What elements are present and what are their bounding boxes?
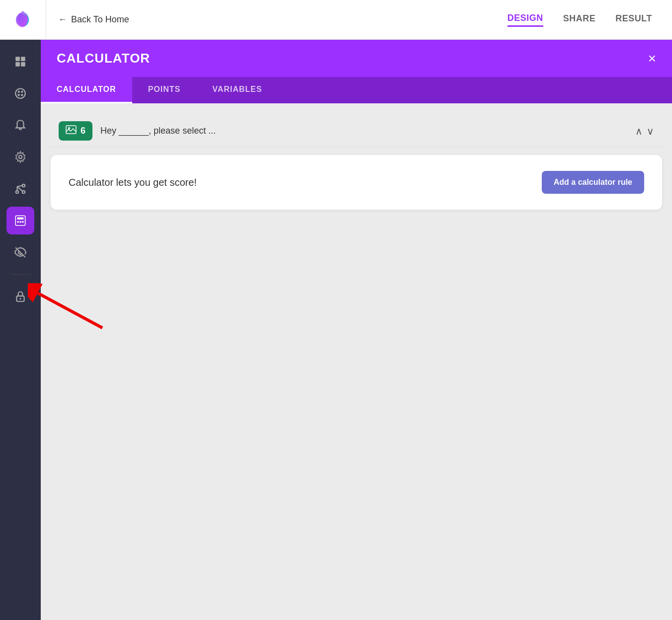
- nav-tabs: DESIGN SHARE RESULT: [507, 13, 652, 27]
- app-logo: [10, 7, 36, 33]
- svg-point-7: [21, 91, 23, 93]
- sidebar-divider: [10, 274, 30, 275]
- back-label: Back To Home: [71, 14, 129, 25]
- sidebar-item-lock[interactable]: [6, 283, 34, 310]
- tab-design[interactable]: DESIGN: [507, 13, 543, 27]
- sidebar-item-bell[interactable]: [6, 111, 34, 139]
- tab-bar: CALCULATOR POINTS VARIABLES: [41, 77, 672, 103]
- close-button[interactable]: ×: [648, 52, 656, 66]
- back-arrow-icon: ←: [58, 14, 67, 25]
- sidebar-item-settings[interactable]: [6, 143, 34, 171]
- svg-point-11: [16, 191, 18, 193]
- question-number: 6: [81, 126, 85, 136]
- question-text: Hey ______, please select ...: [100, 126, 627, 136]
- main-layout: CALCULATOR × CALCULATOR POINTS VARIABLES: [0, 40, 672, 620]
- sidebar-item-calculator[interactable]: [6, 207, 34, 234]
- svg-point-10: [19, 155, 22, 159]
- bell-icon: [14, 119, 27, 132]
- tab-calculator[interactable]: CALCULATOR: [41, 77, 132, 103]
- branch-icon: [14, 182, 27, 195]
- sidebar-item-branch[interactable]: [6, 175, 34, 203]
- back-to-home-button[interactable]: ← Back To Home: [58, 14, 129, 25]
- image-icon: [66, 125, 77, 134]
- svg-rect-21: [22, 221, 23, 223]
- content-area: CALCULATOR × CALCULATOR POINTS VARIABLES: [41, 40, 672, 620]
- sidebar: [0, 40, 41, 620]
- eye-hide-icon: [14, 246, 27, 259]
- svg-rect-18: [17, 218, 24, 220]
- tab-result[interactable]: RESULT: [615, 13, 652, 26]
- chevron-up-icon[interactable]: ∧: [635, 125, 643, 137]
- svg-line-15: [17, 186, 22, 187]
- calculator-icon: [14, 214, 27, 227]
- svg-point-12: [22, 184, 25, 187]
- svg-point-6: [18, 91, 20, 93]
- svg-point-24: [19, 298, 21, 300]
- svg-rect-17: [15, 216, 25, 226]
- top-nav: ← Back To Home DESIGN SHARE RESULT: [0, 0, 672, 40]
- svg-rect-3: [15, 62, 20, 67]
- svg-point-8: [18, 94, 20, 96]
- rule-card: Calculator lets you get score! Add a cal…: [51, 155, 662, 210]
- svg-rect-1: [15, 57, 20, 61]
- sidebar-item-grid[interactable]: [6, 48, 34, 76]
- question-arrows: ∧ ∨: [635, 125, 654, 137]
- svg-rect-20: [19, 221, 21, 223]
- panel-header: CALCULATOR ×: [41, 40, 672, 77]
- svg-rect-2: [21, 57, 25, 61]
- svg-rect-19: [17, 221, 19, 223]
- sidebar-item-hide[interactable]: [6, 238, 34, 266]
- svg-point-9: [21, 94, 23, 96]
- sidebar-item-palette[interactable]: [6, 79, 34, 107]
- chevron-down-icon[interactable]: ∨: [647, 125, 654, 137]
- rule-card-text: Calculator lets you get score!: [69, 177, 530, 188]
- tab-variables[interactable]: VARIABLES: [196, 77, 278, 103]
- svg-rect-4: [21, 62, 25, 67]
- question-badge: 6: [59, 121, 92, 141]
- svg-point-5: [15, 88, 25, 98]
- panel-body: 6 Hey ______, please select ... ∧ ∨ Calc…: [41, 103, 672, 620]
- question-row: 6 Hey ______, please select ... ∧ ∨: [51, 115, 662, 147]
- lock-icon: [14, 290, 27, 303]
- svg-line-16: [17, 187, 22, 191]
- tab-share[interactable]: SHARE: [563, 13, 596, 26]
- add-calculator-rule-button[interactable]: Add a calculator rule: [542, 171, 644, 194]
- tab-points[interactable]: POINTS: [132, 77, 197, 103]
- logo-area: [10, 0, 46, 39]
- palette-icon: [14, 87, 27, 100]
- grid-icon: [14, 55, 27, 68]
- question-image-icon: [66, 125, 77, 137]
- panel-title: CALCULATOR: [57, 51, 150, 66]
- gear-icon: [14, 151, 27, 163]
- svg-point-13: [22, 191, 25, 193]
